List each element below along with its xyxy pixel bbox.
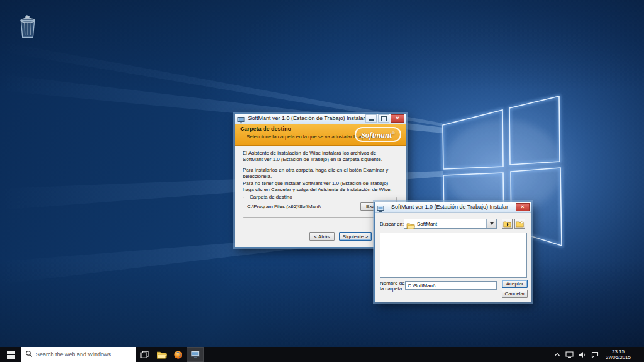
- browse-window-title: SoftMant ver 1.0 (Estación de Trabajo) I…: [386, 204, 513, 210]
- task-view-button[interactable]: [136, 347, 153, 362]
- new-folder-button[interactable]: [514, 219, 525, 229]
- installer-icon: [191, 350, 200, 359]
- taskbar-app-installer-active[interactable]: [187, 347, 204, 362]
- up-one-level-button[interactable]: [502, 219, 513, 229]
- taskbar-app-browser[interactable]: [170, 347, 187, 362]
- task-view-icon: [140, 351, 149, 359]
- installer-app-icon: [237, 115, 245, 123]
- cancel-button[interactable]: Cancelar: [502, 290, 528, 298]
- file-explorer-icon: [157, 351, 167, 359]
- new-folder-icon: [516, 221, 524, 228]
- installer-paragraph-3: Para no tener que instalar SoftMant ver …: [243, 180, 397, 193]
- clock[interactable]: 23:15 27/06/2015: [603, 349, 633, 360]
- maximize-icon: [381, 116, 387, 121]
- clock-time: 23:15: [606, 349, 631, 354]
- folder-name-label: Nombre de la carpeta:: [380, 280, 405, 292]
- registered-mark: ®: [392, 131, 395, 136]
- recycle-bin-icon[interactable]: [18, 14, 38, 39]
- network-icon[interactable]: [565, 350, 574, 359]
- accept-button[interactable]: Aceptar: [502, 280, 528, 288]
- volume-icon[interactable]: [578, 350, 587, 359]
- up-folder-icon: [503, 221, 511, 228]
- destination-group-label: Carpeta de destino: [248, 194, 294, 200]
- browse-app-icon: [377, 204, 384, 211]
- minimize-button[interactable]: [365, 114, 377, 123]
- browse-titlebar[interactable]: SoftMant ver 1.0 (Estación de Trabajo) I…: [375, 202, 531, 213]
- installer-titlebar[interactable]: SoftMant ver 1.0 (Estación de Trabajo) I…: [235, 114, 406, 124]
- dropdown-arrow-button[interactable]: [486, 219, 496, 228]
- windows-logo-icon: [7, 351, 15, 359]
- folder-list[interactable]: [380, 233, 527, 278]
- clock-date: 27/06/2015: [606, 354, 631, 360]
- taskbar-app-file-explorer[interactable]: [153, 347, 170, 362]
- look-in-value: SoftMant: [417, 221, 486, 227]
- taskbar: 23:15 27/06/2015: [0, 347, 644, 362]
- banner-heading: Carpeta de destino: [240, 126, 291, 132]
- next-button[interactable]: Siguiente >: [339, 232, 372, 241]
- installer-paragraph-1: El Asistente de instalación de Wise inst…: [243, 150, 397, 163]
- look-in-label: Buscar en:: [380, 221, 404, 227]
- folder-open-icon: [406, 221, 415, 228]
- minimize-icon: [369, 119, 374, 121]
- search-input[interactable]: [36, 351, 132, 358]
- installer-paragraph-2: Para instalarlos en otra carpeta, haga c…: [243, 167, 397, 180]
- folder-name-input[interactable]: [405, 281, 497, 290]
- browse-folder-window: SoftMant ver 1.0 (Estación de Trabajo) I…: [374, 202, 531, 302]
- installer-window-title: SoftMant ver 1.0 (Estación de Trabajo) I…: [247, 115, 367, 121]
- search-icon: [25, 349, 33, 360]
- installer-banner: Carpeta de destino Seleccione la carpeta…: [235, 124, 406, 146]
- tray-chevron-up-icon[interactable]: [553, 350, 562, 359]
- chevron-down-icon: [490, 222, 494, 225]
- start-button[interactable]: [0, 347, 21, 362]
- system-tray: 23:15 27/06/2015: [550, 347, 644, 362]
- taskbar-search[interactable]: [21, 347, 136, 362]
- desktop: SoftMant ver 1.0 (Estación de Trabajo) I…: [0, 0, 644, 362]
- destination-path: C:\Program Files (x86)\SoftMant\: [247, 204, 321, 209]
- back-button[interactable]: < Atrás: [309, 232, 335, 241]
- action-center-icon[interactable]: [591, 350, 599, 359]
- browser-icon: [174, 350, 183, 359]
- look-in-dropdown[interactable]: SoftMant: [404, 219, 497, 229]
- softmant-logo: Softmant®: [355, 127, 401, 142]
- browse-close-button[interactable]: ×: [516, 203, 530, 211]
- maximize-button[interactable]: [378, 114, 389, 123]
- softmant-logo-text: Softmant: [361, 130, 392, 140]
- close-button[interactable]: ×: [391, 114, 404, 123]
